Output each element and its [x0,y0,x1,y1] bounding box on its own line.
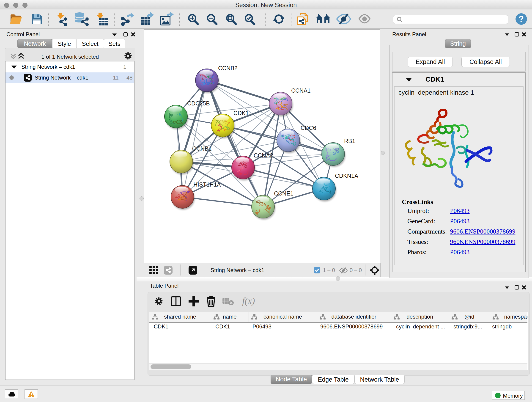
svg-text:CDKN1A: CDKN1A [335,172,358,179]
svg-text:CCNA1: CCNA1 [291,87,311,94]
svg-text:CDC25B: CDC25B [187,100,210,107]
svg-text:HIST1H1A: HIST1H1A [193,181,221,188]
svg-text:RB1: RB1 [344,138,355,144]
svg-text:CCNA2: CCNA2 [254,152,273,159]
svg-text:CCNB1: CCNB1 [192,145,212,152]
svg-text:CDC6: CDC6 [301,125,316,131]
svg-text:CDK1: CDK1 [234,110,249,116]
svg-text:CCNE1: CCNE1 [274,190,293,197]
svg-text:CCNB2: CCNB2 [218,65,238,71]
svg-text:?: ? [519,14,524,24]
